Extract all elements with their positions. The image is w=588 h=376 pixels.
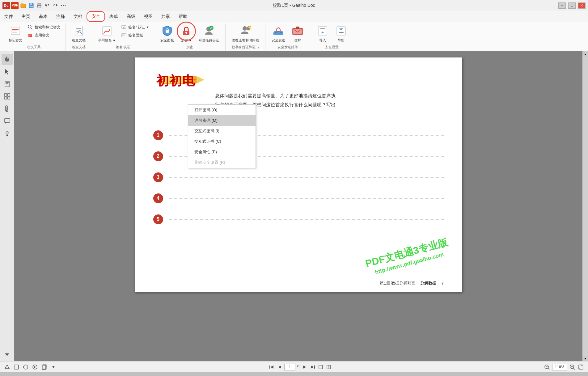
envelope-button[interactable]: 信封 xyxy=(289,23,306,44)
security-properties-item[interactable]: 安全属性 (P)... xyxy=(188,147,256,157)
handwrite-sign-button[interactable]: 手写签名 ▼ xyxy=(96,23,118,44)
svg-marker-79 xyxy=(311,365,314,369)
svg-rect-26 xyxy=(122,33,126,37)
page-footer: 第1章 数据分析引言 分解数据 7 xyxy=(380,281,443,286)
attachment-tool-button[interactable] xyxy=(2,103,13,114)
status-save-button[interactable] xyxy=(4,364,11,370)
close-button[interactable]: ✕ xyxy=(578,2,586,9)
dotted-line-4 xyxy=(169,198,444,199)
svg-rect-25 xyxy=(122,25,126,28)
more-button[interactable] xyxy=(60,2,67,9)
menu-home[interactable]: 主页 xyxy=(17,11,35,22)
window-controls: ─ □ ✕ xyxy=(558,2,586,9)
secure-send-button[interactable]: 安全发送 xyxy=(269,23,288,44)
encrypt-btn-inner: 加密 ▼ xyxy=(178,23,195,44)
inspect-label: 检查文档 xyxy=(70,44,88,51)
undo-button[interactable] xyxy=(44,2,51,9)
trusted-id-button[interactable]: 可信任身份证 xyxy=(196,23,222,44)
permission-password-item[interactable]: 许可密码 (M) xyxy=(188,115,256,126)
status-back-button[interactable] xyxy=(22,364,29,370)
ribbon-group-encrypt: 安全面板 加密 ▼ xyxy=(154,23,226,51)
scroll-track[interactable] xyxy=(582,57,588,356)
secure-mail-group-label: 安全发送邮件 xyxy=(269,44,306,51)
fullscreen-button[interactable] xyxy=(577,364,584,370)
ribbon-group-inspect: 检查文档 检查文档 xyxy=(66,23,92,51)
right-scrollbar[interactable]: ▲ ▼ xyxy=(582,51,588,361)
thumbnail-tool-button[interactable] xyxy=(2,91,13,102)
dotted-line-5 xyxy=(169,219,444,220)
next-page-button[interactable] xyxy=(301,364,308,370)
bookmark-tool-button[interactable] xyxy=(2,78,13,90)
maximize-button[interactable]: □ xyxy=(568,2,576,9)
svg-marker-48 xyxy=(5,69,9,74)
mark-redact-button[interactable]: 标记密文 xyxy=(6,23,25,44)
inspect-doc-button[interactable]: 检查文档 xyxy=(70,23,88,44)
encrypt-button[interactable]: 加密 ▼ xyxy=(178,23,195,44)
interactive-password-item[interactable]: 交互式密码 (I) xyxy=(188,126,256,136)
scroll-down-arrow[interactable]: ▼ xyxy=(582,356,588,361)
security-panel-button[interactable]: 安全面板 xyxy=(158,23,176,44)
import-label: 导入 xyxy=(319,38,326,43)
list-number-4: 4 xyxy=(153,193,163,203)
list-item: 5 xyxy=(153,214,444,224)
menu-share[interactable]: 共享 xyxy=(157,11,174,22)
apply-redact-button[interactable]: 应用密文 xyxy=(26,32,62,39)
svg-rect-46 xyxy=(339,32,344,33)
titlebar-left: Dc PDF xyxy=(2,2,67,9)
fit-page-button[interactable] xyxy=(317,364,324,370)
location-tool-button[interactable] xyxy=(2,128,13,139)
search-mark-label: 搜索和标记密文 xyxy=(35,25,61,30)
menu-form[interactable]: 表单 xyxy=(105,11,122,22)
print-button[interactable] xyxy=(36,2,43,9)
menu-document[interactable]: 文档 xyxy=(69,11,87,22)
zoom-out-button[interactable] xyxy=(544,364,550,370)
export-button[interactable]: 导出 xyxy=(332,23,350,44)
fit-width-button[interactable] xyxy=(325,364,332,370)
scroll-down-sidebar[interactable] xyxy=(2,349,13,360)
handwrite-sign-dropdown-arrow: ▼ xyxy=(112,39,116,42)
save-button[interactable] xyxy=(28,2,35,9)
hand-tool-button[interactable] xyxy=(2,54,13,65)
page-number-input[interactable] xyxy=(284,364,295,370)
status-more-button[interactable] xyxy=(50,364,57,370)
scroll-up-arrow[interactable]: ▲ xyxy=(582,51,588,57)
svg-rect-56 xyxy=(4,119,10,122)
menu-advanced[interactable]: 高级 xyxy=(122,11,140,22)
svg-rect-54 xyxy=(4,97,7,99)
search-mark-button[interactable]: 搜索和标记密文 xyxy=(26,23,62,31)
select-tool-button[interactable] xyxy=(2,66,13,77)
comment-tool-button[interactable] xyxy=(2,116,13,127)
minimize-button[interactable]: ─ xyxy=(558,2,566,9)
page-separator: /1 xyxy=(297,365,300,369)
last-page-button[interactable] xyxy=(309,364,316,370)
redo-button[interactable] xyxy=(52,2,59,9)
import-button[interactable]: 导入 xyxy=(314,23,331,44)
menu-help[interactable]: 帮助 xyxy=(174,11,192,22)
status-pages-button[interactable] xyxy=(41,364,48,370)
menubar: 文件 主页 基本 注释 文档 安全 表单 高级 视图 共享 帮助 xyxy=(0,11,588,22)
first-page-button[interactable] xyxy=(268,364,275,370)
status-forward-button[interactable] xyxy=(32,364,38,370)
svg-line-17 xyxy=(31,28,32,29)
menu-annotation[interactable]: 注释 xyxy=(52,11,69,22)
open-password-item[interactable]: 打开密码 (O) xyxy=(188,105,256,115)
status-refresh-button[interactable] xyxy=(13,364,20,370)
menu-view[interactable]: 视图 xyxy=(140,11,157,22)
manage-cert-icon: ⚙ xyxy=(239,25,252,37)
zoom-input[interactable] xyxy=(552,364,567,370)
interactive-cert-item[interactable]: 交互式证书 (C) xyxy=(188,136,256,147)
zoom-in-button[interactable] xyxy=(569,364,576,370)
sign-certify-button[interactable]: 签名/ 认证 ▼ xyxy=(120,23,150,31)
sign-panel-icon xyxy=(121,32,127,38)
menu-basic[interactable]: 基本 xyxy=(35,11,52,22)
trusted-id-label: 可信任身份证 xyxy=(199,38,219,43)
list-number-3: 3 xyxy=(153,172,163,182)
sign-panel-button[interactable]: 签名面板 xyxy=(120,32,150,39)
svg-rect-45 xyxy=(337,27,345,35)
open-button[interactable] xyxy=(20,2,27,9)
prev-page-button[interactable] xyxy=(276,364,283,370)
menu-security[interactable]: 安全 xyxy=(87,11,105,22)
menu-file[interactable]: 文件 xyxy=(0,11,17,22)
svg-rect-53 xyxy=(7,94,10,96)
manage-cert-button[interactable]: ⚙ 管理证书和时间戳 xyxy=(229,23,261,44)
